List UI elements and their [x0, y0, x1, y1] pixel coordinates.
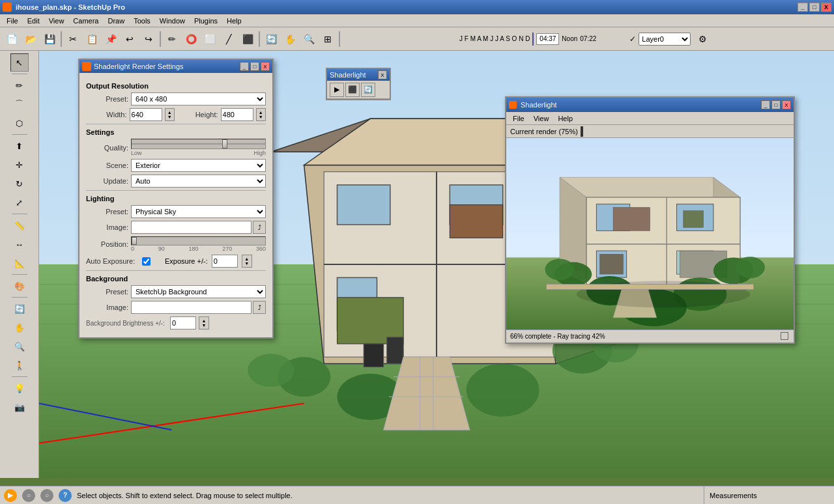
menu-view[interactable]: View: [45, 16, 68, 26]
bg-brightness-spin[interactable]: ▲▼: [199, 316, 209, 329]
panel-icon: [82, 62, 91, 71]
minimize-btn[interactable]: _: [798, 3, 808, 12]
sl-render-btn[interactable]: ▶: [330, 83, 344, 97]
zoom-tool[interactable]: 🔍: [10, 337, 29, 356]
menu-edit[interactable]: Edit: [23, 16, 44, 26]
bg-preset-select[interactable]: SketchUp Background Physical Sky Colour …: [131, 285, 266, 298]
cut-btn[interactable]: ✂: [64, 30, 82, 48]
render-status-text: Current render (75%): [510, 128, 578, 135]
render-canvas: [506, 138, 794, 330]
position-thumb[interactable]: [132, 237, 137, 245]
polygon-tool[interactable]: ⬡: [10, 114, 29, 132]
zoom-btn[interactable]: 🔍: [300, 30, 318, 48]
new-btn[interactable]: 📄: [3, 30, 21, 48]
width-spin[interactable]: ▲▼: [165, 108, 175, 121]
update-row: Update: Auto Manual: [86, 175, 266, 188]
scale-tool[interactable]: ⤢: [10, 193, 29, 212]
circle-btn[interactable]: ⭕: [182, 30, 200, 48]
paste-btn[interactable]: 📌: [102, 30, 120, 48]
position-slider[interactable]: [131, 236, 266, 245]
redo-btn[interactable]: ↪: [139, 30, 158, 48]
panel-minimize-btn[interactable]: _: [240, 62, 249, 71]
walk-tool[interactable]: 🚶: [10, 356, 29, 374]
update-select[interactable]: Auto Manual: [131, 175, 266, 188]
exposure-input[interactable]: [212, 255, 238, 268]
menu-tools[interactable]: Tools: [130, 16, 154, 26]
open-btn[interactable]: 📂: [22, 30, 40, 48]
maximize-btn[interactable]: □: [809, 3, 820, 12]
pencil-tool[interactable]: ✏: [10, 76, 29, 94]
render-settings-panel[interactable]: Shaderlight Render Settings _ □ X Output…: [78, 59, 274, 339]
render-menu-help[interactable]: Help: [554, 113, 577, 124]
menu-plugins[interactable]: Plugins: [190, 16, 222, 26]
panel-maximize-btn[interactable]: □: [250, 62, 259, 71]
rotate-tool[interactable]: ↻: [10, 175, 29, 193]
line-btn[interactable]: ╱: [220, 30, 238, 48]
quality-slider-container: Low High: [131, 139, 266, 156]
light-tool[interactable]: 💡: [10, 379, 29, 397]
bg-image-input[interactable]: [131, 301, 252, 314]
lighting-preset-label: Preset:: [86, 208, 128, 216]
sl-mini-close-btn[interactable]: X: [378, 70, 387, 79]
tape-tool[interactable]: 📏: [10, 216, 29, 234]
close-btn[interactable]: X: [821, 3, 831, 12]
lighting-image-input[interactable]: [131, 221, 252, 234]
copy-btn[interactable]: 📋: [83, 30, 101, 48]
save-btn[interactable]: 💾: [40, 30, 59, 48]
arc-tool[interactable]: ⌒: [10, 95, 29, 113]
menu-help[interactable]: Help: [223, 16, 246, 26]
render-close-btn[interactable]: X: [782, 100, 791, 109]
pan-tool[interactable]: ✋: [10, 318, 29, 337]
dimension-tool[interactable]: ↔: [10, 235, 29, 253]
exposure-spin[interactable]: ▲▼: [242, 255, 252, 268]
select-tool[interactable]: ↖: [10, 53, 29, 72]
layer-settings-btn[interactable]: ⚙: [693, 30, 712, 48]
shaderlight-mini-panel[interactable]: Shaderlight X ▶ ⬛ 🔄: [326, 68, 391, 100]
bg-brightness-input[interactable]: [170, 316, 196, 329]
status-icon-2[interactable]: ○: [22, 489, 35, 502]
quality-slider-thumb[interactable]: [222, 139, 227, 148]
sl-stop-btn[interactable]: ⬛: [345, 83, 360, 97]
auto-exposure-checkbox[interactable]: [142, 257, 151, 266]
menu-file[interactable]: File: [3, 16, 22, 26]
rect-btn[interactable]: ⬜: [201, 30, 219, 48]
push-pull-tool[interactable]: ⬆: [10, 137, 29, 155]
push-btn[interactable]: ⬛: [238, 30, 257, 48]
zoom-ext-btn[interactable]: ⊞: [319, 30, 337, 48]
render-minimize-btn[interactable]: _: [761, 100, 770, 109]
render-menu-file[interactable]: File: [509, 113, 528, 124]
panel-close-btn[interactable]: X: [261, 62, 270, 71]
status-icon-3[interactable]: ○: [40, 489, 53, 502]
status-icon-help[interactable]: ?: [59, 489, 72, 502]
draw-btn[interactable]: ✏: [163, 30, 181, 48]
quality-slider[interactable]: [131, 139, 266, 149]
render-output-panel[interactable]: Shaderlight _ □ X File View Help Current…: [505, 96, 795, 344]
camera-tool[interactable]: 📷: [10, 398, 29, 416]
pan-btn[interactable]: ✋: [281, 30, 299, 48]
scene-select[interactable]: Exterior Interior Interior (Night): [131, 159, 266, 172]
move-tool[interactable]: ✛: [10, 156, 29, 174]
app-icon: [3, 3, 12, 12]
menu-camera[interactable]: Camera: [69, 16, 102, 26]
status-icon-1[interactable]: ▶: [4, 489, 17, 502]
render-menu-view[interactable]: View: [530, 113, 553, 124]
sl-refresh-btn[interactable]: 🔄: [361, 83, 375, 97]
resize-handle[interactable]: [781, 332, 788, 340]
lighting-browse-btn[interactable]: ⤴: [253, 221, 266, 234]
protractor-tool[interactable]: 📐: [10, 254, 29, 272]
orbit-tool[interactable]: 🔄: [10, 300, 29, 318]
layer-select[interactable]: Layer0: [639, 33, 691, 46]
menu-window[interactable]: Window: [156, 16, 189, 26]
time-input[interactable]: [536, 33, 559, 45]
width-input[interactable]: [130, 108, 162, 121]
paint-tool[interactable]: 🎨: [10, 277, 29, 295]
height-spin[interactable]: ▲▼: [256, 108, 266, 121]
render-maximize-btn[interactable]: □: [771, 100, 781, 109]
height-input[interactable]: [221, 108, 253, 121]
lighting-preset-select[interactable]: Physical Sky Artificial Lights Only HDR …: [131, 205, 266, 218]
orbit-btn[interactable]: 🔄: [262, 30, 280, 48]
bg-browse-btn[interactable]: ⤴: [253, 301, 266, 314]
output-preset-select[interactable]: 640 x 480 800 x 600 1024 x 768: [131, 92, 266, 105]
undo-btn[interactable]: ↩: [121, 30, 139, 48]
menu-draw[interactable]: Draw: [104, 16, 128, 26]
